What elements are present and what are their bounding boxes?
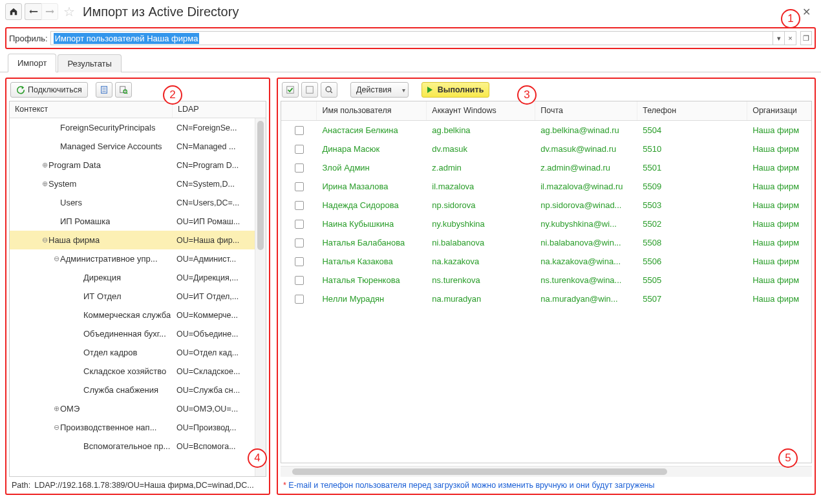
row-checkbox[interactable] [295, 145, 304, 154]
grid-header-account[interactable]: Аккаунт Windows [427, 101, 535, 120]
tree-ldap: OU=ИП Ромаш... [173, 217, 266, 226]
expand-icon[interactable]: ⊕ [52, 404, 60, 413]
tree-context: Наша фирма [48, 235, 100, 245]
row-checkbox[interactable] [295, 257, 304, 266]
expand-icon[interactable]: ⊕ [41, 180, 48, 188]
search-button[interactable] [321, 82, 337, 98]
cell-name: Анастасия Белкина [317, 125, 427, 135]
nav-back-button[interactable]: 🠔 [25, 3, 41, 20]
cell-name: Динара Масюк [317, 144, 427, 154]
tree-ldap: OU=ИТ Отдел,... [173, 292, 266, 301]
tree-row[interactable]: Складское хозяйствоOU=Складское... [10, 362, 266, 381]
actions-dropdown[interactable]: Действия ▾ [350, 82, 409, 98]
tree-tool-2[interactable] [115, 82, 132, 98]
tree-row[interactable]: ForeignSecurityPrincipalsCN=ForeignSe... [10, 118, 266, 137]
check-all-icon [286, 85, 295, 94]
tree-tool-1[interactable] [96, 82, 112, 98]
cell-org: Наша фирм [747, 163, 811, 173]
cell-account: z.admin [427, 163, 535, 173]
tree-row[interactable]: Отдел кадровOU=Отдел кад... [10, 343, 266, 362]
grid-row[interactable]: Наталья Тюренковаns.turenkovans.turenkov… [281, 271, 811, 289]
cell-tel: 5508 [637, 238, 747, 247]
tree-header-ldap[interactable]: LDAP [173, 101, 204, 118]
grid-row[interactable]: Злой Админz.adminz.admin@winad.ru5501Наш… [281, 158, 811, 177]
tree-row[interactable]: ⊖Наша фирмаOU=Наша фир... [10, 231, 266, 249]
tree-row[interactable]: Managed Service AccountsCN=Managed ... [10, 137, 266, 156]
grid-header-name[interactable]: Имя пользователя [317, 101, 427, 120]
tree-row[interactable]: ⊕ОМЭOU=ОМЭ,OU=... [10, 399, 266, 418]
grid-row[interactable]: Наталья Балабановаni.balabanovani.balaba… [281, 233, 811, 252]
collapse-icon[interactable]: ⊖ [52, 255, 60, 263]
nav-forward-button[interactable]: 🠖 [41, 3, 58, 20]
collapse-icon[interactable]: ⊖ [52, 423, 60, 432]
hint-text: E-mail и телефон пользователя перед загр… [288, 481, 654, 490]
collapse-icon[interactable]: ⊖ [41, 236, 48, 244]
check-all-button[interactable] [282, 82, 299, 98]
row-checkbox[interactable] [295, 295, 304, 304]
tree-row[interactable]: Вспомогательное пр...OU=Вспомога... [10, 437, 266, 456]
row-checkbox[interactable] [295, 220, 304, 229]
tree-row[interactable]: ИП РомашкаOU=ИП Ромаш... [10, 212, 266, 231]
grid-row[interactable]: Динара Масюкdv.masukdv.masuk@winad.ru551… [281, 140, 811, 158]
profile-open-button[interactable]: ❐ [800, 31, 812, 45]
grid-header-mail[interactable]: Почта [535, 101, 637, 120]
tree-context: ОМЭ [60, 404, 80, 414]
grid-header-tel[interactable]: Телефон [637, 101, 747, 120]
cell-account: np.sidorova [427, 200, 535, 210]
tree-row[interactable]: ⊖Административное упр...OU=Админист... [10, 249, 266, 268]
cell-name: Наина Кубышкина [317, 219, 427, 229]
tree-row[interactable]: Объединенная бухг...OU=Объедине... [10, 324, 266, 343]
tree-row[interactable]: ⊖Производственное нап...OU=Производ... [10, 418, 266, 437]
x-icon: × [788, 34, 792, 42]
cell-mail: ns.turenkova@wina... [535, 275, 637, 285]
tree-header: Контекст LDAP [10, 101, 266, 118]
row-checkbox[interactable] [295, 126, 304, 135]
row-checkbox[interactable] [295, 276, 304, 285]
window-toolbar: 🠔 🠖 ☆ Импорт из Active Directory ✕ [0, 0, 821, 23]
tree-row[interactable]: ⊕SystemCN=System,D... [10, 174, 266, 193]
favorite-button[interactable]: ☆ [61, 3, 78, 20]
grid-row[interactable]: Наина Кубышкинаny.kubyshkinany.kubyshkin… [281, 215, 811, 233]
grid-row[interactable]: Нелли Мурадянna.muradyanna.muradyan@win.… [281, 289, 811, 308]
cell-tel: 5509 [637, 182, 747, 191]
row-checkbox[interactable] [295, 182, 304, 191]
profile-input[interactable]: Импорт пользователей Наша фирма [50, 31, 773, 45]
profile-clear-button[interactable]: × [785, 31, 796, 45]
tree-row[interactable]: Служба снабженияOU=Служба сн... [10, 381, 266, 399]
tree-context: Program Data [48, 160, 101, 170]
tab-import[interactable]: Импорт [8, 54, 56, 72]
cell-tel: 5507 [637, 294, 747, 304]
tree-row[interactable]: UsersCN=Users,DC=... [10, 193, 266, 212]
grid-header: Имя пользователя Аккаунт Windows Почта Т… [281, 101, 811, 121]
tree-row[interactable]: ИТ ОтделOU=ИТ Отдел,... [10, 287, 266, 306]
actions-label: Действия [356, 85, 392, 94]
row-checkbox[interactable] [295, 163, 304, 173]
expand-icon[interactable]: ⊕ [41, 161, 48, 169]
home-button[interactable] [5, 3, 22, 20]
search-doc-icon [119, 85, 128, 94]
tree-row[interactable]: ДирекцияOU=Дирекция,... [10, 268, 266, 287]
grid-row[interactable]: Наталья Казаковаna.kazakovana.kazakova@w… [281, 252, 811, 271]
tree-ldap: OU=Служба сн... [173, 386, 266, 395]
row-checkbox[interactable] [295, 238, 304, 247]
callout-4: 4 [248, 448, 267, 468]
tree-row[interactable]: ⊕Program DataCN=Program D... [10, 156, 266, 174]
tab-results[interactable]: Результаты [58, 54, 121, 72]
run-button[interactable]: Выполнить [421, 82, 490, 98]
grid-header-check[interactable] [281, 101, 317, 120]
grid-row[interactable]: Надежда Сидороваnp.sidorovanp.sidorova@w… [281, 196, 811, 215]
tree-scrollbar[interactable] [255, 118, 266, 476]
grid-header-org[interactable]: Организаци [747, 101, 811, 120]
row-checkbox[interactable] [295, 201, 304, 210]
profile-dropdown-button[interactable]: ▾ [773, 31, 785, 45]
grid-row[interactable]: Анастасия Белкинаag.belkinaag.belkina@wi… [281, 121, 811, 140]
cell-account: il.mazalova [427, 182, 535, 191]
uncheck-all-button[interactable] [301, 82, 318, 98]
grid-row[interactable]: Ирина Мазаловаil.mazalovail.mazalova@win… [281, 177, 811, 196]
profile-label: Профиль: [9, 34, 48, 43]
tree-row[interactable]: Коммерческая службаOU=Коммерче... [10, 306, 266, 324]
arrow-right-icon: 🠖 [45, 6, 54, 17]
connect-button[interactable]: Подключиться [10, 82, 88, 98]
grid-hscrollbar[interactable] [281, 466, 812, 477]
tree-header-context[interactable]: Контекст [10, 101, 173, 118]
